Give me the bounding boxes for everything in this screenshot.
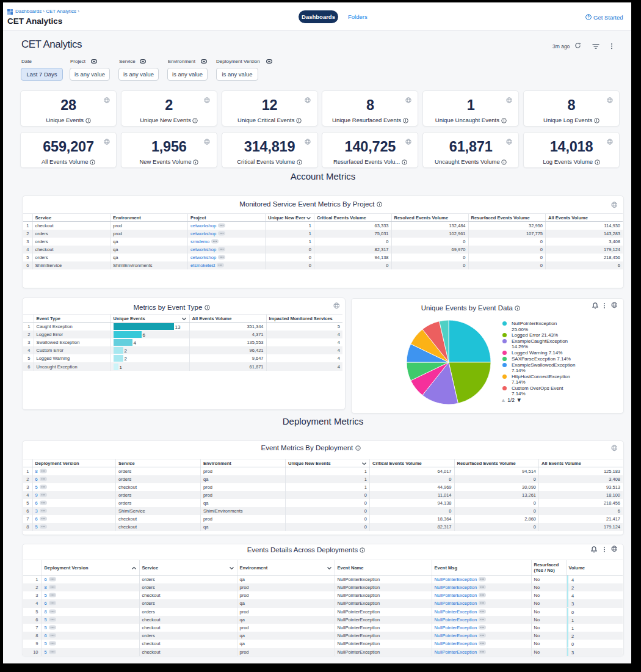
svg-text:?: ? — [587, 15, 590, 19]
